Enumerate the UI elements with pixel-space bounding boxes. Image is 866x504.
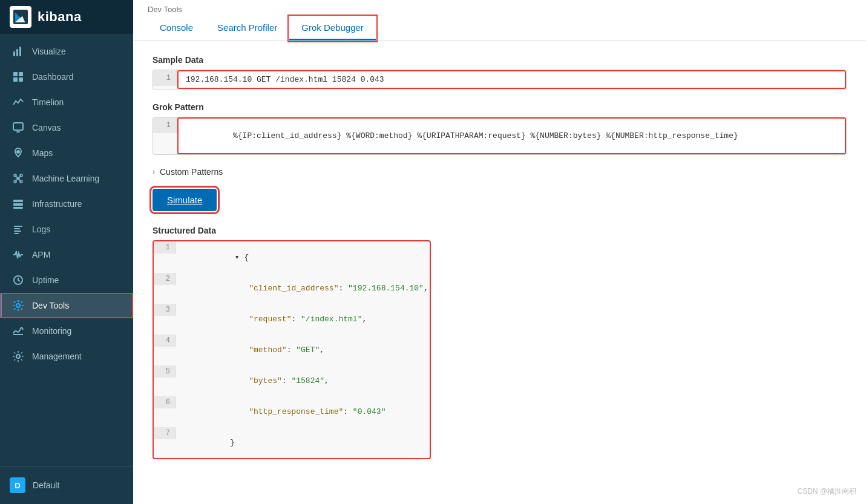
page-title: Dev Tools: [148, 5, 851, 16]
sample-data-label: Sample Data: [153, 55, 847, 65]
page-header: Dev Tools Console Search Profiler Grok D…: [133, 0, 866, 41]
sidebar-label-machine-learning: Machine Learning: [32, 174, 99, 183]
json-line-2: 2 "client_id_address": "192.168.154.10",: [154, 273, 430, 304]
sidebar-label-timelion: Timelion: [32, 97, 64, 107]
json-line-4: 4 "method": "GET",: [154, 335, 430, 365]
structured-data-box: 1 ▾ { 2 "client_id_address": "192.168.15…: [153, 240, 431, 459]
sidebar: kibana Visualize Dashboard Timelion: [0, 0, 133, 504]
kibana-logo-icon: [10, 6, 31, 28]
sidebar-label-dev-tools: Dev Tools: [32, 301, 69, 310]
management-icon: [11, 350, 25, 363]
sidebar-label-canvas: Canvas: [32, 123, 61, 133]
custom-patterns-toggle[interactable]: › Custom Patterns: [153, 167, 847, 177]
grok-pattern-editor: 1 %{IP:client_id_address} %{WORD:method}…: [153, 117, 847, 155]
sidebar-item-visualize[interactable]: Visualize: [0, 39, 133, 64]
canvas-icon: [11, 121, 25, 134]
json-content-3: "request": "/index.html",: [175, 304, 430, 335]
chevron-right-icon: ›: [153, 168, 155, 176]
svg-rect-4: [16, 49, 18, 56]
svg-rect-23: [13, 203, 23, 206]
sidebar-item-infrastructure[interactable]: Infrastructure: [0, 191, 133, 217]
json-line-3: 3 "request": "/index.html",: [154, 304, 430, 335]
svg-point-12: [16, 150, 20, 154]
svg-rect-24: [13, 207, 23, 209]
ml-icon: [11, 172, 25, 185]
sidebar-item-canvas[interactable]: Canvas: [0, 115, 133, 140]
svg-rect-3: [13, 51, 15, 56]
sidebar-label-visualize: Visualize: [32, 47, 66, 56]
user-item[interactable]: D Default: [0, 471, 133, 499]
svg-rect-25: [14, 226, 22, 227]
svg-point-30: [16, 304, 20, 307]
sidebar-nav: Visualize Dashboard Timelion Canvas: [0, 34, 133, 466]
tab-grok-debugger[interactable]: Grok Debugger: [289, 16, 376, 41]
dashboard-icon: [11, 70, 25, 83]
json-linenum-3: 3: [154, 304, 175, 316]
sidebar-label-infrastructure: Infrastructure: [32, 199, 82, 209]
svg-rect-22: [13, 200, 23, 202]
sidebar-label-management: Management: [32, 352, 82, 361]
tab-search-profiler[interactable]: Search Profiler: [205, 16, 289, 41]
json-content-7: }: [175, 427, 430, 458]
visualize-icon: [11, 45, 25, 58]
user-label: Default: [33, 480, 59, 490]
sidebar-item-timelion[interactable]: Timelion: [0, 90, 133, 115]
sidebar-label-logs: Logs: [32, 224, 50, 234]
kibana-logo-text: kibana: [38, 9, 82, 25]
svg-rect-26: [14, 228, 20, 229]
sidebar-bottom: D Default: [0, 466, 133, 504]
json-content-5: "bytes": "15824",: [175, 365, 430, 396]
timelion-icon: [11, 96, 25, 109]
simulate-button[interactable]: Simulate: [153, 189, 217, 211]
sample-data-line: 1 192.168.154.10 GET /index.html 15824 0…: [153, 70, 846, 90]
tab-console[interactable]: Console: [148, 16, 205, 41]
sidebar-item-management[interactable]: Management: [0, 344, 133, 369]
tabs-bar: Console Search Profiler Grok Debugger: [148, 16, 851, 40]
apm-icon: [11, 248, 25, 261]
grok-pattern-line-num: 1: [153, 117, 177, 133]
svg-rect-6: [13, 72, 18, 76]
sidebar-label-maps: Maps: [32, 148, 53, 158]
user-avatar: D: [10, 477, 25, 493]
sidebar-item-machine-learning[interactable]: Machine Learning: [0, 166, 133, 191]
svg-rect-11: [16, 131, 20, 133]
main-content: Dev Tools Console Search Profiler Grok D…: [133, 0, 866, 504]
sidebar-item-logs[interactable]: Logs: [0, 217, 133, 242]
json-line-5: 5 "bytes": "15824",: [154, 365, 430, 396]
svg-rect-28: [14, 233, 19, 234]
sample-data-input[interactable]: 192.168.154.10 GET /index.html 15824 0.0…: [177, 70, 846, 89]
json-line-1: 1 ▾ {: [154, 241, 430, 273]
custom-patterns-section: › Custom Patterns: [153, 167, 847, 177]
monitoring-icon: [11, 324, 25, 338]
json-linenum-5: 5: [154, 365, 175, 378]
sidebar-item-maps[interactable]: Maps: [0, 140, 133, 166]
json-content-6: "http_response_time": "0.043": [175, 396, 430, 427]
infrastructure-icon: [11, 197, 25, 211]
sidebar-label-monitoring: Monitoring: [32, 326, 71, 336]
json-content-1: ▾ {: [175, 241, 430, 273]
svg-rect-5: [19, 47, 21, 56]
sidebar-item-uptime[interactable]: Uptime: [0, 267, 133, 293]
json-linenum-4: 4: [154, 335, 175, 347]
grok-pattern-line: 1 %{IP:client_id_address} %{WORD:method}…: [153, 117, 846, 154]
sidebar-item-dev-tools[interactable]: Dev Tools: [0, 293, 133, 318]
sidebar-item-monitoring[interactable]: Monitoring: [0, 318, 133, 344]
logs-icon: [11, 223, 25, 236]
sidebar-label-dashboard: Dashboard: [32, 72, 74, 82]
svg-rect-9: [19, 77, 23, 82]
svg-rect-27: [14, 231, 21, 232]
grok-pattern-input[interactable]: %{IP:client_id_address} %{WORD:method} %…: [177, 117, 846, 154]
sidebar-item-dashboard[interactable]: Dashboard: [0, 64, 133, 90]
maps-icon: [11, 146, 25, 160]
sidebar-item-apm[interactable]: APM: [0, 242, 133, 267]
json-linenum-6: 6: [154, 396, 175, 408]
sample-data-editor: 1 192.168.154.10 GET /index.html 15824 0…: [153, 70, 847, 90]
svg-rect-7: [19, 72, 23, 76]
structured-data-label: Structured Data: [153, 226, 847, 235]
json-line-6: 6 "http_response_time": "0.043": [154, 396, 430, 427]
svg-rect-8: [13, 77, 18, 82]
svg-rect-10: [13, 123, 23, 130]
dev-tools-icon: [11, 299, 25, 312]
json-content-4: "method": "GET",: [175, 335, 430, 365]
json-linenum-7: 7: [154, 427, 175, 439]
